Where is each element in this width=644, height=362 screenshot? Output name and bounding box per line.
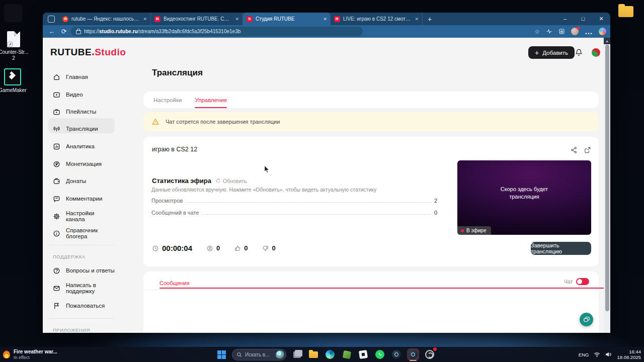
browser-tab-yandex[interactable]: Я rutube — Яндекс: нашлось 564 ✕ xyxy=(59,13,151,25)
taskbar-search[interactable]: Искать в... xyxy=(232,349,286,360)
plus-icon: + xyxy=(535,49,539,57)
taskbar-task-view[interactable] xyxy=(291,348,303,360)
floating-chat-button[interactable] xyxy=(580,313,593,326)
tab-settings[interactable]: Настройки xyxy=(153,92,182,108)
logo-suffix: Studio xyxy=(95,47,126,58)
add-button[interactable]: + Добавить xyxy=(528,46,575,59)
system-tray: ENG 16:44 19.08.2025 xyxy=(579,347,641,362)
sidebar-item-label: Комментарии xyxy=(66,196,102,202)
fire-warning-icon xyxy=(3,350,10,358)
share-button[interactable] xyxy=(570,146,578,154)
browser-tab-bar: Я rutube — Яндекс: нашлось 564 ✕ R Видео… xyxy=(43,13,610,25)
sidebar-item-report[interactable]: Пожаловаться xyxy=(48,298,115,313)
close-button[interactable]: ✕ xyxy=(592,13,610,25)
url-field[interactable]: https://studio.rutube.ru/stream/a33fb2da… xyxy=(71,27,363,36)
end-stream-button[interactable]: Завершить трансляцию xyxy=(531,242,591,255)
document-icon: ↗ xyxy=(7,31,20,47)
tab-title: Видеохостинг RUTUBE. Смотрит xyxy=(164,16,232,22)
profile-avatar-icon[interactable] xyxy=(571,28,579,35)
tab-close-icon[interactable]: ✕ xyxy=(415,17,419,22)
language-indicator[interactable]: ENG xyxy=(579,352,589,357)
start-button[interactable] xyxy=(215,348,227,360)
taskbar-gamemaker[interactable] xyxy=(341,348,353,360)
roblox-icon xyxy=(359,350,368,359)
sidebar-item-channel-settings[interactable]: Настройки канала xyxy=(48,209,115,224)
home-icon xyxy=(53,73,60,81)
collections-icon[interactable] xyxy=(558,28,565,35)
sidebar-item-analytics[interactable]: Аналитика xyxy=(48,139,115,154)
desktop-folder-icon[interactable] xyxy=(618,6,633,17)
whatsapp-icon xyxy=(375,350,384,359)
sidebar-item-monetization[interactable]: Монетизация xyxy=(48,156,115,171)
channel-avatar[interactable] xyxy=(592,48,600,57)
new-tab-button[interactable]: + xyxy=(428,15,432,23)
browser-essentials-icon[interactable] xyxy=(546,28,552,35)
desktop-shortcut-gamemaker[interactable]: GameMaker xyxy=(0,68,30,94)
stream-duration: 00:00:04 xyxy=(152,244,192,252)
browser-tab-studio-active[interactable]: S Студия RUTUBE ✕ xyxy=(243,13,331,25)
sidebar-item-blogger-guide[interactable]: Справочник блогера xyxy=(48,226,115,241)
dislikes-counter: 0 xyxy=(262,244,276,252)
chat-toggle[interactable] xyxy=(576,278,589,285)
stream-title: играю в CS2 12 xyxy=(152,146,197,153)
sidebar-item-comments[interactable]: Комментарии xyxy=(48,191,115,206)
browser-tab-rutube[interactable]: R Видеохостинг RUTUBE. Смотрит ✕ xyxy=(151,13,243,25)
tab-close-icon[interactable]: ✕ xyxy=(323,17,327,22)
dotted-leader xyxy=(202,214,431,215)
sidebar-item-playlists[interactable]: Плейлисты xyxy=(48,104,115,119)
sidebar-item-donations[interactable]: Донаты xyxy=(48,173,115,189)
tab-search-icon[interactable] xyxy=(48,16,55,23)
sidebar-item-video[interactable]: Видео xyxy=(48,87,115,102)
refresh-stats-button[interactable]: Обновить xyxy=(215,178,247,184)
browser-menu-icon[interactable]: … xyxy=(585,27,593,36)
desktop-shortcut-counter-strike-2[interactable]: ↗ Counter-Str... 2 xyxy=(0,31,31,61)
sidebar-item-broadcasts-active[interactable]: Трансляции xyxy=(48,121,115,136)
dotted-leader xyxy=(186,202,431,203)
window-controls: – □ ✕ xyxy=(556,13,610,25)
taskbar-edge[interactable] xyxy=(324,348,336,360)
sidebar-item-label: Плейлисты xyxy=(66,109,96,115)
sidebar-item-faq[interactable]: Вопросы и ответы xyxy=(48,263,115,278)
maximize-button[interactable]: □ xyxy=(574,13,592,25)
taskbar-steam[interactable] xyxy=(390,348,403,360)
taskbar-whatsapp[interactable] xyxy=(374,348,386,360)
warning-icon xyxy=(151,118,159,126)
search-icon xyxy=(236,352,242,357)
tab-messages-active[interactable]: Сообщения xyxy=(159,278,610,289)
file-explorer-icon xyxy=(309,351,318,358)
scrollbar-thumb[interactable] xyxy=(605,45,609,311)
rutube-studio-logo[interactable]: RUTUBE Studio xyxy=(50,47,126,60)
sidebar-item-home[interactable]: Главная xyxy=(48,69,115,84)
gamemaker-cube-icon xyxy=(342,350,351,358)
tab-close-icon[interactable]: ✕ xyxy=(143,17,147,22)
tab-close-icon[interactable]: ✕ xyxy=(235,17,239,22)
tab-control-active[interactable]: Управление xyxy=(195,92,227,108)
scroll-up-icon[interactable]: ▲ xyxy=(604,38,610,44)
minimize-button[interactable]: – xyxy=(556,13,574,25)
open-external-button[interactable] xyxy=(584,146,591,154)
tray-clock[interactable]: 16:44 19.08.2025 xyxy=(617,349,641,360)
speaker-icon[interactable] xyxy=(605,351,612,357)
taskbar-steam-active[interactable] xyxy=(407,348,419,360)
taskbar-weather-widget[interactable]: Fire weather war... In effect xyxy=(3,347,57,362)
edge-icon xyxy=(326,350,335,359)
copilot-icon[interactable] xyxy=(599,28,606,35)
sidebar-item-contact-support[interactable]: Написать в поддержку xyxy=(48,281,115,296)
desktop-shortcut-unknown[interactable] xyxy=(4,4,22,22)
sidebar-item-label: Трансляции xyxy=(66,126,98,132)
back-icon[interactable]: ← xyxy=(47,28,57,35)
stream-tabs-card: Настройки Управление xyxy=(143,92,599,108)
toggle-knob xyxy=(577,279,582,284)
taskbar-obs[interactable] xyxy=(424,348,436,360)
flag-icon xyxy=(53,302,60,310)
taskbar-file-explorer[interactable] xyxy=(307,348,319,360)
sidebar-item-label: Видео xyxy=(66,92,83,98)
yandex-favicon: Я xyxy=(62,16,68,22)
favorites-star-icon[interactable]: ☆ xyxy=(534,28,540,35)
browser-tab-live[interactable]: R LIVE: играю в CS2 12 смотреть о ✕ xyxy=(331,13,423,25)
page-scrollbar[interactable]: ▲ xyxy=(604,38,610,333)
chat-toggle-label: Чат xyxy=(564,279,573,285)
refresh-icon[interactable]: ⟳ xyxy=(59,28,69,35)
wifi-icon[interactable] xyxy=(594,352,600,357)
taskbar-roblox[interactable] xyxy=(357,348,369,360)
